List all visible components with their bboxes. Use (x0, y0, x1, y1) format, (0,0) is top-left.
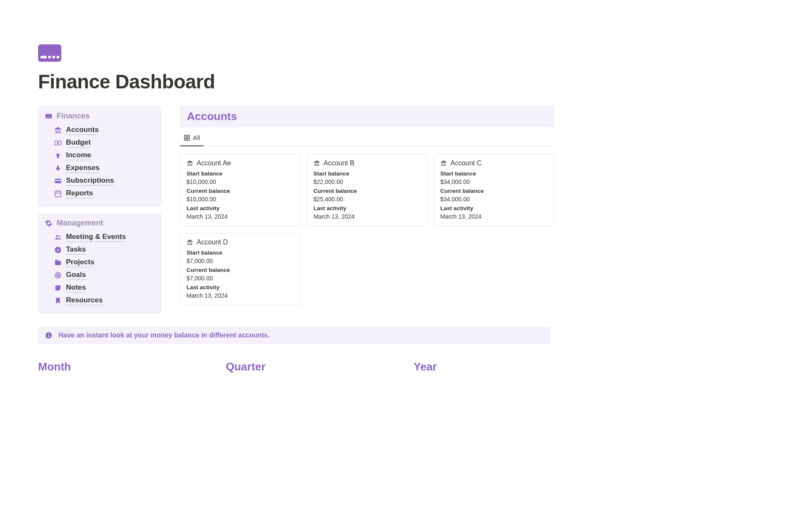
field-label-start-balance: Start balance (313, 170, 421, 177)
sidebar-item-label: Income (66, 151, 91, 160)
field-label-current-balance: Current balance (440, 188, 548, 194)
field-value-start-balance: $10,000.00 (187, 178, 294, 185)
cash-icon (54, 139, 62, 147)
account-name: Account C (450, 159, 482, 167)
field-value-last-activity: March 13, 2024 (440, 213, 548, 220)
check-circle-icon (54, 246, 62, 254)
field-label-current-balance: Current balance (187, 188, 294, 194)
sidebar-item-label: Notes (66, 283, 86, 293)
info-banner: Have an instant look at your money balan… (38, 326, 551, 344)
arrow-down-icon (54, 164, 62, 172)
tab-label: All (193, 134, 200, 141)
bank-icon (187, 239, 193, 246)
sidebar-section-title: Finances (57, 112, 90, 121)
accounts-header-bar: Accounts (180, 106, 554, 127)
sidebar-section-title: Management (57, 219, 103, 227)
sidebar-item-notes[interactable]: Notes (45, 282, 155, 294)
arrow-up-icon (54, 152, 62, 159)
field-value-start-balance: $7,000.00 (187, 258, 294, 264)
field-label-current-balance: Current balance (313, 188, 421, 194)
account-name: Account B (324, 159, 354, 167)
sidebar-item-goals[interactable]: Goals (45, 269, 155, 282)
section-title-quarter: Quarter (226, 360, 363, 373)
field-label-current-balance: Current balance (187, 267, 294, 273)
sidebar: Finances Accounts Budget (38, 106, 162, 314)
sidebar-item-label: Expenses (66, 164, 99, 173)
sidebar-item-expenses[interactable]: Expenses (45, 162, 155, 175)
svg-rect-19 (184, 135, 187, 137)
sidebar-item-tasks[interactable]: Tasks (45, 244, 155, 256)
sidebar-item-budget[interactable]: Budget (45, 137, 155, 149)
calendar-icon (54, 190, 62, 197)
account-name: Account Ae (197, 159, 231, 167)
gear-icon (45, 219, 52, 227)
sidebar-item-label: Accounts (66, 126, 99, 135)
target-icon (54, 271, 62, 279)
grid-icon (184, 134, 190, 141)
page-title: Finance Dashboard (38, 70, 554, 93)
sidebar-item-label: Projects (66, 258, 94, 267)
account-card[interactable]: Account C Start balance $34,000.00 Curre… (434, 154, 554, 226)
field-label-start-balance: Start balance (187, 249, 294, 256)
sidebar-section-finances: Finances Accounts Budget (38, 106, 162, 207)
sidebar-item-label: Tasks (66, 245, 86, 255)
svg-rect-1 (47, 117, 47, 118)
sidebar-item-label: Subscriptions (66, 176, 114, 186)
sidebar-item-subscriptions[interactable]: Subscriptions (45, 175, 155, 187)
field-label-start-balance: Start balance (187, 170, 294, 177)
svg-point-15 (55, 247, 61, 253)
bank-icon (440, 160, 447, 167)
svg-rect-4 (49, 117, 50, 118)
field-value-current-balance: $25,400.00 (313, 196, 421, 203)
sidebar-item-reports[interactable]: Reports (45, 187, 155, 200)
field-value-last-activity: March 13, 2024 (187, 292, 294, 299)
sidebar-item-resources[interactable]: Resources (45, 294, 155, 307)
svg-rect-8 (55, 180, 61, 181)
field-label-last-activity: Last activity (313, 205, 421, 211)
field-value-start-balance: $34,000.00 (440, 178, 548, 185)
section-title-year: Year (414, 360, 551, 373)
sticky-note-icon (54, 284, 62, 292)
field-value-current-balance: $7,000.00 (187, 275, 294, 282)
field-value-current-balance: $10,000.00 (187, 196, 294, 203)
bank-icon (187, 160, 193, 167)
sidebar-item-projects[interactable]: Projects (45, 256, 155, 269)
sidebar-item-label: Goals (66, 271, 86, 280)
tab-all[interactable]: All (180, 130, 203, 146)
sidebar-item-income[interactable]: Income (45, 149, 155, 162)
tabs-row: All (180, 130, 554, 146)
sidebar-item-meetings[interactable]: Meeting & Events (45, 231, 155, 244)
account-card[interactable]: Account D Start balance $7,000.00 Curren… (180, 233, 300, 305)
svg-point-6 (57, 142, 59, 144)
folder-icon (54, 259, 62, 266)
field-label-start-balance: Start balance (440, 170, 548, 177)
field-label-last-activity: Last activity (187, 205, 294, 211)
field-label-last-activity: Last activity (440, 205, 548, 211)
sidebar-section-management: Management Meeting & Events Tasks (38, 213, 162, 314)
bookmark-icon (54, 297, 62, 304)
main-content: Accounts All Account Ae (180, 106, 554, 314)
svg-point-13 (56, 235, 58, 237)
info-banner-text: Have an instant look at your money balan… (58, 332, 270, 339)
account-card[interactable]: Account B Start balance $22,000.00 Curre… (307, 154, 427, 226)
svg-rect-0 (46, 114, 52, 118)
card-icon (54, 177, 62, 185)
sidebar-item-label: Resources (66, 296, 103, 305)
people-icon (54, 233, 62, 241)
sidebar-item-accounts[interactable]: Accounts (45, 124, 155, 137)
svg-rect-3 (49, 117, 49, 118)
account-card[interactable]: Account Ae Start balance $10,000.00 Curr… (180, 154, 300, 226)
page-icon (38, 44, 61, 62)
svg-rect-22 (187, 138, 189, 140)
svg-rect-25 (48, 335, 49, 337)
sidebar-item-label: Budget (66, 138, 91, 148)
svg-point-18 (58, 275, 58, 276)
field-value-last-activity: March 13, 2024 (187, 213, 294, 220)
bottom-sections: Month Quarter Year (38, 360, 551, 373)
svg-point-14 (58, 236, 60, 237)
section-title-month: Month (38, 360, 175, 373)
sidebar-item-label: Meeting & Events (66, 233, 126, 242)
bank-icon (54, 126, 62, 134)
svg-rect-20 (187, 135, 189, 137)
field-value-start-balance: $22,000.00 (313, 178, 421, 185)
